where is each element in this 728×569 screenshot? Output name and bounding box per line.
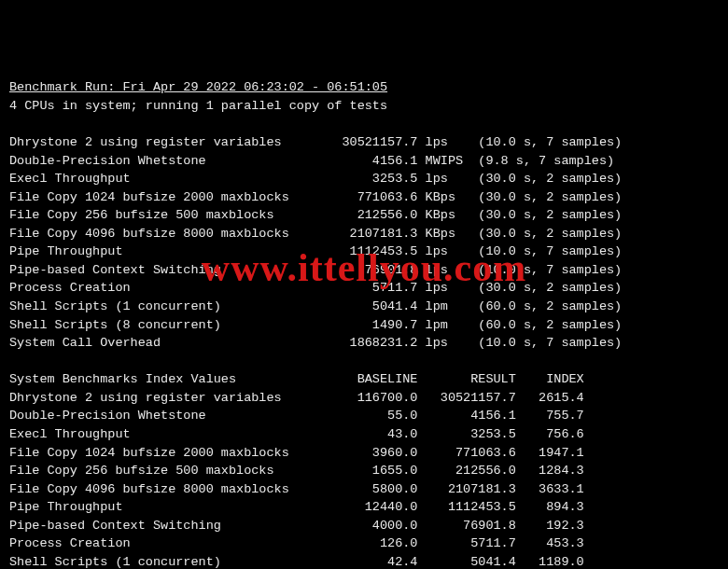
terminal-output: Benchmark Run: Fri Apr 29 2022 06:23:02 … xyxy=(9,78,719,569)
